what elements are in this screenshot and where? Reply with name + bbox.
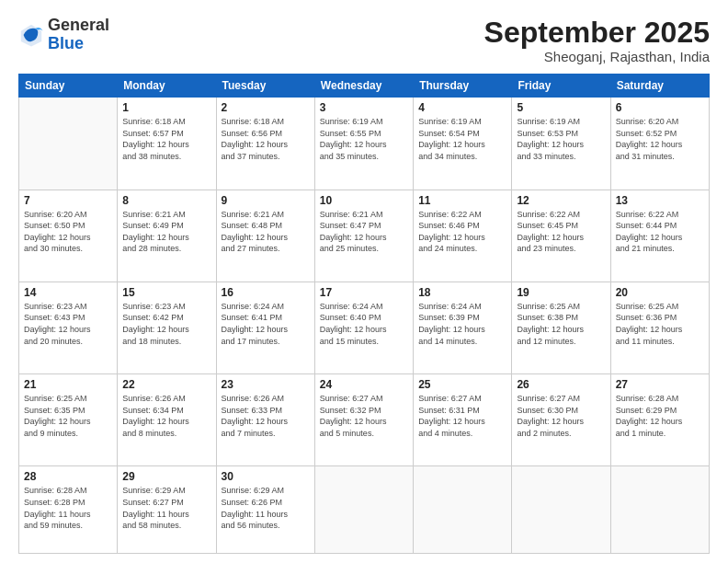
day-number: 3	[320, 101, 408, 114]
month-title: September 2025	[484, 17, 710, 49]
calendar: SundayMondayTuesdayWednesdayThursdayFrid…	[18, 74, 710, 554]
day-number: 2	[222, 101, 310, 114]
calendar-day-header: Sunday	[19, 75, 118, 98]
day-info: Sunrise: 6:19 AM Sunset: 6:53 PM Dayligh…	[517, 116, 605, 162]
day-info: Sunrise: 6:23 AM Sunset: 6:42 PM Dayligh…	[122, 301, 210, 347]
day-info: Sunrise: 6:27 AM Sunset: 6:32 PM Dayligh…	[320, 393, 408, 439]
calendar-cell: 12Sunrise: 6:22 AM Sunset: 6:45 PM Dayli…	[512, 190, 610, 282]
calendar-cell	[512, 466, 610, 554]
day-number: 26	[517, 378, 605, 391]
day-number: 7	[24, 194, 112, 207]
day-number: 12	[517, 194, 605, 207]
day-number: 19	[517, 286, 605, 299]
calendar-cell: 28Sunrise: 6:28 AM Sunset: 6:28 PM Dayli…	[19, 466, 118, 554]
day-number: 28	[24, 470, 112, 483]
day-number: 21	[24, 378, 112, 391]
calendar-cell: 17Sunrise: 6:24 AM Sunset: 6:40 PM Dayli…	[314, 282, 413, 373]
day-info: Sunrise: 6:20 AM Sunset: 6:50 PM Dayligh…	[24, 209, 112, 255]
day-info: Sunrise: 6:20 AM Sunset: 6:52 PM Dayligh…	[616, 116, 704, 162]
calendar-cell: 11Sunrise: 6:22 AM Sunset: 6:46 PM Dayli…	[414, 190, 512, 282]
header: General Blue September 2025 Sheoganj, Ra…	[18, 17, 710, 64]
calendar-cell: 9Sunrise: 6:21 AM Sunset: 6:48 PM Daylig…	[216, 190, 314, 282]
day-number: 20	[616, 286, 704, 299]
day-info: Sunrise: 6:22 AM Sunset: 6:45 PM Dayligh…	[517, 209, 605, 255]
day-info: Sunrise: 6:28 AM Sunset: 6:29 PM Dayligh…	[616, 393, 704, 439]
day-number: 10	[320, 194, 408, 207]
day-info: Sunrise: 6:26 AM Sunset: 6:33 PM Dayligh…	[222, 393, 310, 439]
day-number: 16	[222, 286, 310, 299]
calendar-cell: 7Sunrise: 6:20 AM Sunset: 6:50 PM Daylig…	[19, 190, 118, 282]
day-info: Sunrise: 6:26 AM Sunset: 6:34 PM Dayligh…	[122, 393, 210, 439]
calendar-cell: 14Sunrise: 6:23 AM Sunset: 6:43 PM Dayli…	[19, 282, 118, 373]
day-number: 11	[418, 194, 506, 207]
day-info: Sunrise: 6:22 AM Sunset: 6:46 PM Dayligh…	[418, 209, 506, 255]
day-number: 23	[222, 378, 310, 391]
calendar-cell: 25Sunrise: 6:27 AM Sunset: 6:31 PM Dayli…	[414, 374, 512, 466]
day-info: Sunrise: 6:29 AM Sunset: 6:26 PM Dayligh…	[222, 485, 310, 531]
calendar-cell: 26Sunrise: 6:27 AM Sunset: 6:30 PM Dayli…	[512, 374, 610, 466]
day-info: Sunrise: 6:23 AM Sunset: 6:43 PM Dayligh…	[24, 301, 112, 347]
calendar-cell	[19, 98, 118, 190]
calendar-cell: 1Sunrise: 6:18 AM Sunset: 6:57 PM Daylig…	[118, 98, 216, 190]
calendar-week-row: 7Sunrise: 6:20 AM Sunset: 6:50 PM Daylig…	[19, 190, 710, 282]
day-info: Sunrise: 6:19 AM Sunset: 6:54 PM Dayligh…	[418, 116, 506, 162]
day-number: 18	[418, 286, 506, 299]
day-number: 24	[320, 378, 408, 391]
day-number: 27	[616, 378, 704, 391]
calendar-header-row: SundayMondayTuesdayWednesdayThursdayFrid…	[19, 75, 710, 98]
day-info: Sunrise: 6:19 AM Sunset: 6:55 PM Dayligh…	[320, 116, 408, 162]
calendar-cell: 4Sunrise: 6:19 AM Sunset: 6:54 PM Daylig…	[414, 98, 512, 190]
calendar-cell: 2Sunrise: 6:18 AM Sunset: 6:56 PM Daylig…	[216, 98, 314, 190]
calendar-cell: 19Sunrise: 6:25 AM Sunset: 6:38 PM Dayli…	[512, 282, 610, 373]
logo: General Blue	[18, 17, 109, 53]
calendar-cell: 13Sunrise: 6:22 AM Sunset: 6:44 PM Dayli…	[610, 190, 709, 282]
day-number: 5	[517, 101, 605, 114]
calendar-cell: 29Sunrise: 6:29 AM Sunset: 6:27 PM Dayli…	[118, 466, 216, 554]
calendar-cell: 16Sunrise: 6:24 AM Sunset: 6:41 PM Dayli…	[216, 282, 314, 373]
day-number: 30	[222, 470, 310, 483]
calendar-day-header: Tuesday	[216, 75, 314, 98]
day-info: Sunrise: 6:24 AM Sunset: 6:39 PM Dayligh…	[418, 301, 506, 347]
calendar-cell: 22Sunrise: 6:26 AM Sunset: 6:34 PM Dayli…	[118, 374, 216, 466]
day-info: Sunrise: 6:29 AM Sunset: 6:27 PM Dayligh…	[122, 485, 210, 531]
calendar-cell: 24Sunrise: 6:27 AM Sunset: 6:32 PM Dayli…	[314, 374, 413, 466]
day-number: 14	[24, 286, 112, 299]
day-number: 6	[616, 101, 704, 114]
calendar-cell: 30Sunrise: 6:29 AM Sunset: 6:26 PM Dayli…	[216, 466, 314, 554]
calendar-week-row: 21Sunrise: 6:25 AM Sunset: 6:35 PM Dayli…	[19, 374, 710, 466]
logo-icon	[18, 22, 44, 48]
calendar-cell	[610, 466, 709, 554]
calendar-week-row: 1Sunrise: 6:18 AM Sunset: 6:57 PM Daylig…	[19, 98, 710, 190]
day-number: 22	[122, 378, 210, 391]
day-info: Sunrise: 6:25 AM Sunset: 6:38 PM Dayligh…	[517, 301, 605, 347]
calendar-cell: 23Sunrise: 6:26 AM Sunset: 6:33 PM Dayli…	[216, 374, 314, 466]
calendar-day-header: Saturday	[610, 75, 709, 98]
day-number: 9	[222, 194, 310, 207]
day-number: 15	[122, 286, 210, 299]
day-info: Sunrise: 6:24 AM Sunset: 6:40 PM Dayligh…	[320, 301, 408, 347]
title-block: September 2025 Sheoganj, Rajasthan, Indi…	[484, 17, 710, 64]
calendar-cell: 5Sunrise: 6:19 AM Sunset: 6:53 PM Daylig…	[512, 98, 610, 190]
day-info: Sunrise: 6:21 AM Sunset: 6:49 PM Dayligh…	[122, 209, 210, 255]
day-info: Sunrise: 6:18 AM Sunset: 6:57 PM Dayligh…	[122, 116, 210, 162]
day-number: 29	[122, 470, 210, 483]
calendar-cell: 27Sunrise: 6:28 AM Sunset: 6:29 PM Dayli…	[610, 374, 709, 466]
calendar-cell: 6Sunrise: 6:20 AM Sunset: 6:52 PM Daylig…	[610, 98, 709, 190]
calendar-week-row: 14Sunrise: 6:23 AM Sunset: 6:43 PM Dayli…	[19, 282, 710, 373]
calendar-day-header: Monday	[118, 75, 216, 98]
day-info: Sunrise: 6:28 AM Sunset: 6:28 PM Dayligh…	[24, 485, 112, 531]
day-info: Sunrise: 6:18 AM Sunset: 6:56 PM Dayligh…	[222, 116, 310, 162]
calendar-cell: 21Sunrise: 6:25 AM Sunset: 6:35 PM Dayli…	[19, 374, 118, 466]
day-info: Sunrise: 6:24 AM Sunset: 6:41 PM Dayligh…	[222, 301, 310, 347]
calendar-cell: 8Sunrise: 6:21 AM Sunset: 6:49 PM Daylig…	[118, 190, 216, 282]
calendar-day-header: Friday	[512, 75, 610, 98]
day-info: Sunrise: 6:27 AM Sunset: 6:30 PM Dayligh…	[517, 393, 605, 439]
page: General Blue September 2025 Sheoganj, Ra…	[0, 0, 728, 563]
day-number: 17	[320, 286, 408, 299]
day-info: Sunrise: 6:27 AM Sunset: 6:31 PM Dayligh…	[418, 393, 506, 439]
day-number: 25	[418, 378, 506, 391]
day-info: Sunrise: 6:21 AM Sunset: 6:47 PM Dayligh…	[320, 209, 408, 255]
calendar-cell: 10Sunrise: 6:21 AM Sunset: 6:47 PM Dayli…	[314, 190, 413, 282]
day-number: 13	[616, 194, 704, 207]
day-info: Sunrise: 6:25 AM Sunset: 6:35 PM Dayligh…	[24, 393, 112, 439]
